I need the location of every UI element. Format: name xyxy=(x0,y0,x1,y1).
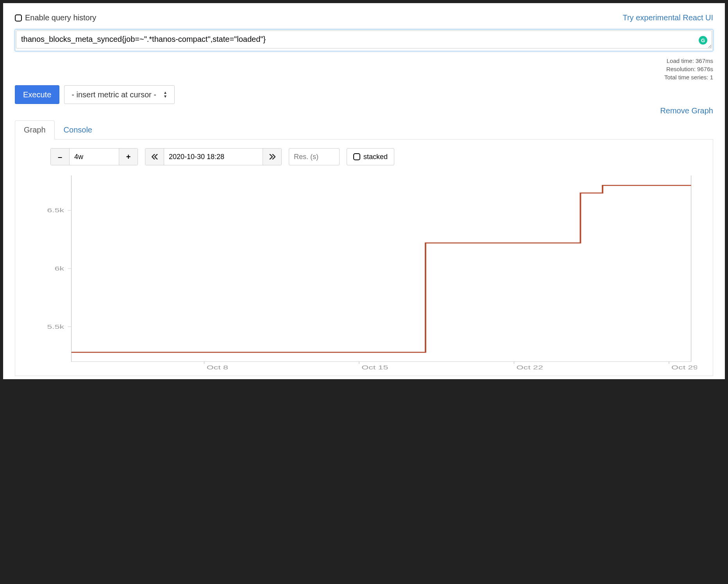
caret-sort-icon: ▲▼ xyxy=(163,91,167,98)
remove-graph-row: Remove Graph xyxy=(15,106,713,115)
datetime-group xyxy=(145,148,282,165)
enable-history-label: Enable query history xyxy=(25,13,96,22)
double-chevron-left-icon xyxy=(152,154,158,159)
range-decrease-button[interactable]: – xyxy=(51,149,70,165)
range-input[interactable] xyxy=(70,149,119,165)
react-ui-link[interactable]: Try experimental React UI xyxy=(622,13,713,22)
time-forward-button[interactable] xyxy=(263,149,281,165)
remove-graph-link[interactable]: Remove Graph xyxy=(660,106,713,115)
query-expression-input[interactable]: thanos_blocks_meta_synced{job=~".*thanos… xyxy=(16,30,712,48)
enable-history-toggle[interactable]: Enable query history xyxy=(15,13,96,22)
svg-text:Oct 22: Oct 22 xyxy=(517,364,543,371)
svg-text:Oct 29: Oct 29 xyxy=(671,364,697,371)
stacked-toggle-button[interactable]: stacked xyxy=(347,148,394,165)
time-back-button[interactable] xyxy=(145,149,164,165)
tab-graph[interactable]: Graph xyxy=(15,120,55,140)
execute-button[interactable]: Execute xyxy=(15,85,59,104)
chart-area[interactable]: 5.5k6k6.5kOct 8Oct 15Oct 22Oct 29 xyxy=(34,173,697,373)
prometheus-page: Enable query history Try experimental Re… xyxy=(3,3,725,379)
range-increase-button[interactable]: + xyxy=(119,149,138,165)
graph-controls: – + stacked xyxy=(15,148,713,173)
svg-text:Oct 8: Oct 8 xyxy=(207,364,228,371)
checkbox-icon xyxy=(15,14,22,21)
tab-console[interactable]: Console xyxy=(55,120,101,140)
query-stats: Load time: 367ms Resolution: 9676s Total… xyxy=(15,57,713,81)
chart-svg: 5.5k6k6.5kOct 8Oct 15Oct 22Oct 29 xyxy=(34,173,697,373)
grammarly-icon: G xyxy=(699,36,707,45)
graph-panel: – + stacked xyxy=(15,140,713,376)
stat-load-time: Load time: 367ms xyxy=(15,57,713,65)
datetime-input[interactable] xyxy=(164,149,263,165)
svg-text:5.5k: 5.5k xyxy=(47,323,64,330)
svg-text:Oct 15: Oct 15 xyxy=(361,364,388,371)
resolution-input[interactable] xyxy=(289,148,340,165)
svg-text:6.5k: 6.5k xyxy=(47,207,64,213)
stat-total-series: Total time series: 1 xyxy=(15,73,713,81)
svg-text:6k: 6k xyxy=(55,265,64,272)
query-input-wrap: thanos_blocks_meta_synced{job=~".*thanos… xyxy=(15,29,713,51)
tabs: Graph Console xyxy=(15,120,713,140)
metric-select-label: - insert metric at cursor - xyxy=(72,90,156,99)
range-group: – + xyxy=(50,148,138,165)
checkbox-icon xyxy=(353,153,360,160)
double-chevron-right-icon xyxy=(269,154,275,159)
top-row: Enable query history Try experimental Re… xyxy=(15,13,713,22)
stacked-label: stacked xyxy=(363,153,388,161)
action-row: Execute - insert metric at cursor - ▲▼ xyxy=(15,85,713,104)
stat-resolution: Resolution: 9676s xyxy=(15,65,713,73)
insert-metric-select[interactable]: - insert metric at cursor - ▲▼ xyxy=(64,85,175,104)
